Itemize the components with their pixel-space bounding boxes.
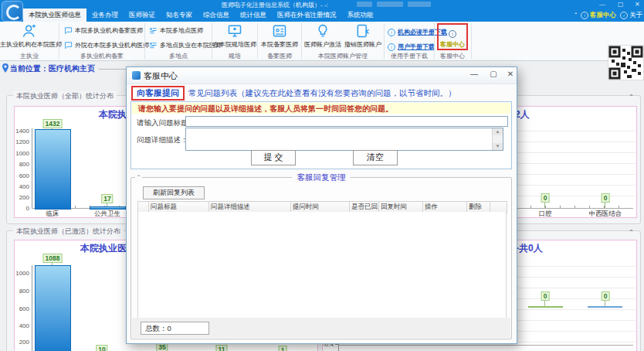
window-close-button[interactable]: ✕ xyxy=(635,0,640,9)
refresh-reply-list-button[interactable]: 刷新回复列表 xyxy=(143,186,205,199)
y-tick: 800 xyxy=(14,161,29,168)
ribbon-item-training-doctors[interactable]: 在本院规培医师 xyxy=(213,23,256,49)
chart-title-fragment: 本院执业医 xyxy=(80,242,127,255)
zero-bar-green xyxy=(528,306,563,308)
submit-button[interactable]: 提 交 xyxy=(251,150,296,165)
y-tick: 200 xyxy=(14,194,29,201)
ribbon-item-multi-site-in-hospital[interactable]: 多地点执业在本院医师 xyxy=(149,41,222,49)
dialog-minimize-button[interactable]: — xyxy=(467,70,481,78)
ribbon-body: 主执业机构在本院医师 主执业 本院多执业机构备案医师 外院在本院多执业机构医师 … xyxy=(0,22,644,61)
info-icon: i xyxy=(388,43,395,51)
tab-out-province[interactable]: 医师在外省注册情况 xyxy=(272,9,342,22)
category-label: 临床 xyxy=(46,210,59,218)
label-stem xyxy=(544,203,545,208)
list-icon xyxy=(149,41,158,49)
info-icon: i xyxy=(388,29,395,36)
ribbon-item-label: 医师账户激活 xyxy=(303,40,343,49)
ribbon-item-multi-org-filed[interactable]: 本院多执业机构备案医师 xyxy=(64,26,143,35)
quick-about[interactable]: i 关于 xyxy=(620,11,642,20)
ribbon-item-label: 撤销医师账户 xyxy=(343,40,383,49)
collapse-caret[interactable]: ˆ xyxy=(630,94,632,102)
clear-button[interactable]: 清空 xyxy=(353,150,398,165)
info-icon: i xyxy=(581,12,588,19)
link-user-manual-download[interactable]: i 用户手册下载 xyxy=(388,43,435,51)
ribbon-item-main-practice-doctors[interactable]: 主执业机构在本院医师 xyxy=(0,23,59,49)
tab-stats[interactable]: 统计信息 xyxy=(235,9,272,22)
ribbon-item-activate-account[interactable]: 医师账户激活 xyxy=(303,23,343,49)
group-divider xyxy=(434,23,435,59)
ribbon-group-label: 主执业 xyxy=(0,52,59,60)
tab-ask-service[interactable]: 向客服提问 xyxy=(131,86,185,101)
reply-table-body[interactable] xyxy=(137,212,507,319)
ribbon-group-label: 使用手册下载 xyxy=(385,52,433,60)
app-window: 医师电子化注册信息系统（机构版）- -: — ▢ ✕ 本院执业医师信息 业务办理… xyxy=(0,0,644,351)
window-minimize-button[interactable]: — xyxy=(599,0,605,9)
ribbon-collapse-button[interactable]: ˆ xyxy=(575,12,577,19)
scrollbar[interactable]: ▲ ▼ xyxy=(492,128,503,150)
ribbon-item-filed-doctors[interactable]: 本院备案医师 xyxy=(259,23,300,49)
breadcrumb-rule xyxy=(99,69,127,70)
chat-bubble-icon xyxy=(64,26,73,35)
category-label: 公共卫生 xyxy=(94,210,120,218)
bar-value-label: 0 xyxy=(602,193,610,203)
window-maximize-button[interactable]: ▢ xyxy=(618,0,624,9)
redacted-text xyxy=(357,2,372,7)
group-divider xyxy=(471,23,472,59)
y-tick: 200 xyxy=(14,339,29,346)
scroll-up-icon[interactable]: ▲ xyxy=(493,128,503,135)
ribbon-item-revoke-account[interactable]: 撤销医师账户 xyxy=(343,23,383,49)
dialog-maximize-button[interactable]: ▢ xyxy=(486,70,500,78)
reply-footer: 总数：0 xyxy=(132,318,510,338)
lightbulb-icon xyxy=(315,23,330,39)
y-tick: 1200 xyxy=(14,138,29,145)
ribbon-group-label: 备案医师 xyxy=(259,52,300,60)
list-icon xyxy=(149,26,158,35)
bar-value-label: 17 xyxy=(101,194,113,203)
dialog-close-button[interactable]: ✕ xyxy=(503,70,517,78)
y-axis xyxy=(32,128,32,208)
scroll-down-icon[interactable]: ▼ xyxy=(493,143,503,150)
ribbon-tab-row: 本院执业医师信息 业务办理 医师验证 知名专家 综合信息 统计信息 医师在外省注… xyxy=(0,9,644,22)
tab-current-doctors[interactable]: 本院执业医师信息 xyxy=(23,9,86,22)
groupbox-label: 本院执业医师（已激活）统计分布 xyxy=(13,227,124,237)
question-form: 请您输入要提问的问题以及详细描述，客服人员将第一时间回答您的问题。 请输入问题标… xyxy=(130,101,512,169)
tab-verify[interactable]: 医师验证 xyxy=(124,9,161,22)
y-tick: 1000 xyxy=(14,150,29,157)
tab-system[interactable]: 系统功能 xyxy=(342,9,379,22)
ribbon-item-external-multi-org[interactable]: 外院在本院多执业机构医师 xyxy=(64,41,149,49)
tab-faq-list[interactable]: 常见问题列表（建议先在此处查看有没有您要咨询的问题，以节省时间。） xyxy=(188,88,456,99)
dialog-title-bar[interactable]: 客服中心 — ▢ ✕ xyxy=(127,67,517,84)
group-divider xyxy=(257,23,258,59)
ribbon-item-label: 在本院规培医师 xyxy=(213,40,256,49)
y-tick: 400 xyxy=(14,322,29,329)
y-tick: 0 xyxy=(14,205,29,212)
quick-service-center[interactable]: i 客服中心 xyxy=(581,11,616,20)
collapse-caret[interactable]: ˆ xyxy=(135,175,142,183)
tab-info[interactable]: 综合信息 xyxy=(198,9,235,22)
question-title-input[interactable] xyxy=(185,116,508,127)
revoke-document-icon xyxy=(355,23,371,39)
ribbon-group-label: 本院医师账户管理 xyxy=(303,52,383,60)
bar-value-label: 1432 xyxy=(43,119,63,128)
groupbox-label: 本院执业医师（全部）统计分布 xyxy=(13,91,117,101)
desc-field-label: 问题详细描述： xyxy=(137,135,188,145)
bar-clinical xyxy=(35,129,71,210)
collapse-caret[interactable]: ˆ xyxy=(630,229,632,237)
bar-value-label: 0 xyxy=(602,291,610,301)
tab-business[interactable]: 业务办理 xyxy=(86,9,124,22)
group-divider xyxy=(144,23,145,59)
person-add-icon xyxy=(22,23,37,39)
info-icon: i xyxy=(449,30,456,38)
group-divider xyxy=(301,23,302,59)
tab-experts[interactable]: 知名专家 xyxy=(161,9,198,22)
quick-actions: ˆ i 客服中心 i 关于 xyxy=(575,9,642,22)
ribbon-tabs: 本院执业医师信息 业务办理 医师验证 知名专家 综合信息 统计信息 医师在外省注… xyxy=(23,9,379,22)
group-divider xyxy=(212,23,212,59)
group-divider xyxy=(59,23,59,59)
ribbon-group-label: 多执业机构备案 xyxy=(60,52,144,60)
bar-value-label: 11 xyxy=(216,345,228,351)
question-desc-textarea[interactable]: ▲ ▼ xyxy=(185,128,503,151)
ribbon-item-service-center[interactable]: i 客服中心 xyxy=(437,23,468,50)
ribbon-item-multi-site-doctors[interactable]: 本院多地点医师 xyxy=(149,26,203,35)
y-axis xyxy=(32,265,32,351)
